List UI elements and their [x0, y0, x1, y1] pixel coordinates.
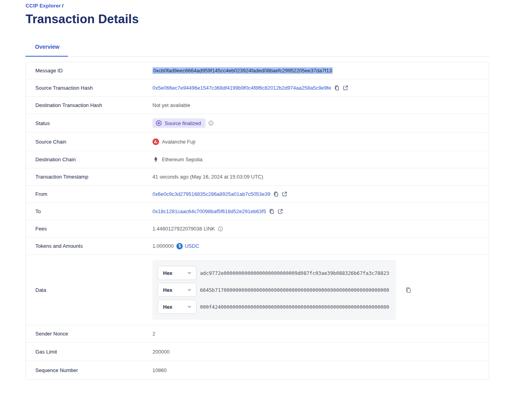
data-label: Data [35, 287, 152, 293]
fees-info-button[interactable] [218, 226, 223, 232]
row-data: Data Hex adc9772e00000000000000000000000… [26, 255, 489, 325]
avalanche-icon [152, 138, 159, 145]
timestamp-value: 41 seconds ago (May 16, 2024 at 15:03:09… [152, 174, 263, 180]
data-hex-value: 000f424000000000000000000000000000000000… [200, 304, 389, 310]
external-link-icon [343, 85, 349, 91]
row-gas-limit: Gas Limit 200000 [26, 343, 489, 361]
data-hex-value: adc9772e0000000000000000000000009d087fc0… [200, 270, 389, 276]
copy-data-button[interactable] [405, 287, 412, 293]
info-icon [218, 226, 223, 232]
data-hex-box: Hex adc9772e0000000000000000000000009d08… [152, 260, 396, 320]
fees-label: Fees [35, 226, 152, 232]
external-link-button[interactable] [282, 191, 288, 197]
usdc-icon: $ [176, 243, 183, 249]
row-status: Status Source finalized [26, 114, 489, 133]
gas-limit-value: 200000 [152, 349, 169, 355]
external-link-icon [282, 191, 288, 197]
row-tokens: Tokens and Amounts 1.000000 $ USDC [26, 238, 489, 255]
row-source-tx-hash: Source Transaction Hash 0x5e066ec7e94496… [26, 79, 489, 97]
encoding-select-value: Hex [163, 304, 172, 310]
row-from: From 0x6e0c9c3d279516835c286a8925a01ab7c… [26, 186, 489, 203]
transaction-details-page: CCIP Explorer/ Transaction Details Overv… [0, 0, 489, 380]
copy-icon [269, 208, 275, 214]
chevron-down-icon [187, 270, 192, 276]
row-dest-chain: Destination Chain Ethereum Sepolia [26, 151, 489, 168]
to-address-link[interactable]: 0x18c1281caac64c70098baf5f618d52e291eb63… [152, 208, 266, 214]
breadcrumb-separator: / [62, 3, 64, 9]
sequence-number-value: 10860 [152, 367, 167, 373]
details-card: Message ID 0xcb0fad9eec6664ad959f145cc4e… [26, 62, 489, 380]
status-badge-text: Source finalized [165, 120, 201, 126]
timestamp-label: Transaction Timestamp [35, 174, 152, 180]
copy-icon [273, 191, 279, 197]
row-fees: Fees 1.4480127922079038 LINK [26, 220, 489, 238]
status-label: Status [35, 120, 152, 126]
external-link-icon [277, 208, 283, 214]
source-chain-value: Avalanche Fuji [162, 139, 195, 145]
breadcrumb: CCIP Explorer/ [26, 3, 489, 9]
sequence-number-label: Sequence Number [35, 367, 152, 373]
breadcrumb-ccip-explorer-link[interactable]: CCIP Explorer [26, 3, 61, 9]
message-id-label: Message ID [35, 68, 152, 74]
from-address-link[interactable]: 0x6e0c9c3d279516835c286a8925a01ab7c5053e… [152, 191, 270, 197]
row-dest-tx-hash: Destination Transaction Hash Not yet ava… [26, 97, 489, 114]
copy-icon [334, 85, 340, 91]
message-id-value: 0xcb0fad9eec6664ad959f145cc4eb023924fade… [152, 67, 333, 74]
encoding-select[interactable]: Hex [158, 266, 196, 280]
gas-limit-label: Gas Limit [35, 349, 152, 355]
external-link-button[interactable] [277, 208, 283, 214]
source-tx-hash-label: Source Transaction Hash [35, 85, 152, 91]
encoding-select-value: Hex [163, 270, 172, 276]
sender-nonce-label: Sender Nonce [35, 331, 152, 337]
dest-chain-label: Destination Chain [35, 157, 152, 162]
row-to: To 0x18c1281caac64c70098baf5f618d52e291e… [26, 203, 489, 220]
row-source-chain: Source Chain Avalanche Fuji [26, 133, 489, 151]
row-sequence-number: Sequence Number 10860 [26, 361, 489, 380]
encoding-select-value: Hex [163, 287, 172, 293]
data-hex-value: 6645b71700000000000000000000000000000000… [200, 287, 389, 293]
tab-overview[interactable]: Overview [26, 44, 68, 57]
data-line: Hex adc9772e0000000000000000000000009d08… [158, 266, 396, 280]
info-icon [208, 120, 214, 126]
row-message-id: Message ID 0xcb0fad9eec6664ad959f145cc4e… [26, 62, 489, 79]
chevron-down-icon [187, 287, 192, 293]
tab-bar: Overview [26, 44, 489, 57]
encoding-select[interactable]: Hex [158, 300, 196, 314]
ethereum-icon [152, 156, 159, 163]
status-badge: Source finalized [152, 118, 205, 128]
token-link[interactable]: USDC [185, 243, 199, 249]
copy-icon [405, 287, 412, 293]
to-label: To [35, 208, 152, 214]
chevron-down-icon [187, 304, 192, 310]
fees-value: 1.4480127922079038 LINK [152, 226, 215, 232]
sender-nonce-value: 2 [152, 331, 155, 337]
external-link-button[interactable] [343, 85, 349, 91]
copy-button[interactable] [334, 85, 340, 91]
status-signal-icon [156, 120, 162, 126]
dest-tx-hash-value: Not yet available [152, 102, 190, 108]
dest-chain-value: Ethereum Sepolia [162, 157, 202, 162]
tokens-label: Tokens and Amounts [35, 243, 152, 249]
row-sender-nonce: Sender Nonce 2 [26, 325, 489, 343]
page-title: Transaction Details [26, 12, 489, 26]
dest-tx-hash-label: Destination Transaction Hash [35, 102, 152, 108]
from-label: From [35, 191, 152, 197]
status-info-button[interactable] [208, 120, 214, 126]
data-line: Hex 000f42400000000000000000000000000000… [158, 300, 396, 314]
source-chain-label: Source Chain [35, 139, 152, 145]
data-line: Hex 6645b7170000000000000000000000000000… [158, 283, 396, 297]
row-timestamp: Transaction Timestamp 41 seconds ago (Ma… [26, 168, 489, 186]
source-tx-hash-link[interactable]: 0x5e066ec7e94496e1547c368df4199b9f0c4f8f… [152, 85, 331, 91]
token-amount: 1.000000 [152, 243, 174, 249]
copy-button[interactable] [273, 191, 279, 197]
copy-button[interactable] [269, 208, 275, 214]
encoding-select[interactable]: Hex [158, 283, 196, 297]
